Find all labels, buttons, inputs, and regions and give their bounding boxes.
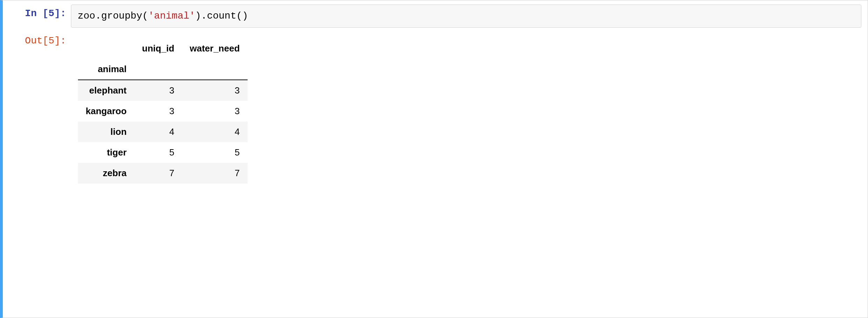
cell-value: 3 — [182, 101, 247, 122]
code-pre: zoo.groupby( — [78, 11, 148, 21]
notebook-cell: In [5]: zoo.groupby('animal').count() Ou… — [0, 0, 868, 318]
in-prefix: In [ — [25, 8, 48, 19]
out-prefix: Out[ — [25, 35, 48, 46]
cell-value: 3 — [182, 80, 247, 101]
in-suffix: ]: — [54, 8, 66, 19]
row-index: tiger — [78, 142, 134, 163]
cell-value: 7 — [134, 163, 182, 184]
table-row: zebra 7 7 — [78, 163, 248, 184]
header-row: uniq_id water_need — [78, 38, 248, 59]
header-blank — [134, 59, 182, 80]
code-post: ).count() — [195, 11, 248, 21]
table-row: kangaroo 3 3 — [78, 101, 248, 122]
cell-value: 4 — [182, 122, 247, 142]
col-header: uniq_id — [134, 38, 182, 59]
code-input[interactable]: zoo.groupby('animal').count() — [71, 5, 861, 28]
dataframe-table: uniq_id water_need animal elephant 3 3 — [78, 38, 248, 184]
out-number: 5 — [49, 35, 55, 46]
input-prompt: In [5]: — [3, 0, 71, 19]
col-header: water_need — [182, 38, 247, 59]
table-row: tiger 5 5 — [78, 142, 248, 163]
code-string-literal: 'animal' — [148, 11, 195, 21]
cell-value: 7 — [182, 163, 247, 184]
cell-value: 5 — [182, 142, 247, 163]
table-row: lion 4 4 — [78, 122, 248, 142]
header-blank — [182, 59, 247, 80]
cell-value: 3 — [134, 80, 182, 101]
index-name-row: animal — [78, 59, 248, 80]
in-number: 5 — [49, 8, 55, 19]
header-blank — [78, 38, 134, 59]
output-prompt: Out[5]: — [3, 28, 71, 46]
out-suffix: ]: — [54, 35, 66, 46]
cell-value: 5 — [134, 142, 182, 163]
output-area: uniq_id water_need animal elephant 3 3 — [71, 28, 868, 184]
cell-value: 3 — [134, 101, 182, 122]
output-row: Out[5]: uniq_id water_need animal — [3, 28, 868, 184]
index-name: animal — [78, 59, 134, 80]
row-index: lion — [78, 122, 134, 142]
table-row: elephant 3 3 — [78, 80, 248, 101]
row-index: elephant — [78, 80, 134, 101]
cell-value: 4 — [134, 122, 182, 142]
input-row: In [5]: zoo.groupby('animal').count() — [3, 0, 868, 28]
row-index: zebra — [78, 163, 134, 184]
row-index: kangaroo — [78, 101, 134, 122]
